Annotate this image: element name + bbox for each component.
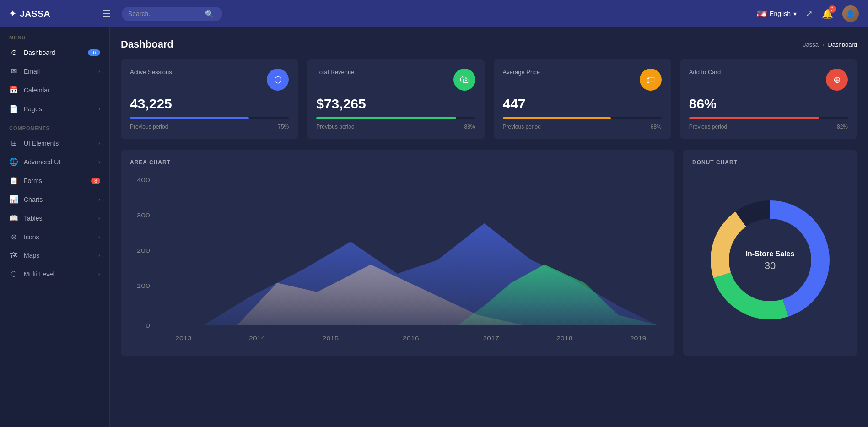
sidebar-item-label: Tables: [24, 215, 93, 222]
svg-text:2016: 2016: [403, 335, 419, 341]
stat-card-header: Active Sessions ⬡: [130, 69, 289, 91]
sidebar-item-label: Dashboard: [24, 49, 82, 56]
stat-footer: Previous period 68%: [503, 124, 662, 130]
search-input[interactable]: [128, 10, 201, 17]
stat-bar-wrap: [689, 117, 848, 119]
active-sessions-icon: ⬡: [267, 69, 289, 91]
hamburger-button[interactable]: ☰: [99, 6, 114, 21]
svg-text:2019: 2019: [630, 335, 647, 341]
multi-level-icon: ⬡: [9, 270, 18, 278]
dashboard-badge: 9+: [88, 49, 100, 56]
svg-text:300: 300: [137, 212, 150, 219]
stat-card-title: Total Revenue: [316, 69, 354, 76]
svg-text:2018: 2018: [556, 335, 573, 341]
search-bar: 🔍: [122, 7, 222, 21]
sidebar-item-forms[interactable]: 📋 Forms 8: [0, 171, 109, 190]
maps-icon: 🗺: [9, 251, 18, 259]
sidebar-item-label: Advanced UI: [24, 158, 93, 166]
stat-card-header: Average Price 🏷: [503, 69, 662, 91]
sidebar-item-advanced-ui[interactable]: 🌐 Advanced UI ›: [0, 152, 109, 171]
donut-chart-card: DONUT CHART: [683, 150, 857, 356]
stat-value: 43,225: [130, 96, 289, 112]
stat-card-header: Total Revenue 🛍: [316, 69, 475, 91]
icons-icon: ⊛: [9, 232, 18, 241]
page-title: Dashboard: [121, 38, 173, 50]
language-selector[interactable]: 🇺🇸 English ▾: [757, 9, 797, 19]
sidebar-item-charts[interactable]: 📊 Charts ›: [0, 190, 109, 209]
stat-bar-wrap: [130, 117, 289, 119]
stat-bar: [316, 117, 456, 119]
charts-row: AREA CHART 400 300 200 100 0: [121, 150, 857, 356]
sidebar-item-label: UI Elements: [24, 140, 93, 147]
donut-svg-wrap: In-Store Sales 30: [701, 191, 839, 329]
avatar[interactable]: 👤: [842, 5, 859, 22]
sidebar-item-calendar[interactable]: 📅 Calendar: [0, 81, 109, 99]
stat-card-average-price: Average Price 🏷 447 Previous period 68%: [494, 59, 671, 139]
svg-text:0: 0: [146, 323, 150, 329]
sidebar-item-icons[interactable]: ⊛ Icons ›: [0, 227, 109, 246]
add-to-card-icon: ⊕: [826, 69, 848, 91]
stat-value: 447: [503, 96, 662, 112]
stat-card-title: Average Price: [503, 69, 540, 76]
logo: ✦ JASSA: [9, 9, 92, 19]
tables-icon: 📖: [9, 214, 18, 222]
chevron-down-icon: ▾: [793, 10, 797, 17]
chevron-right-icon: ›: [98, 196, 100, 203]
breadcrumb-current: Dashboard: [828, 41, 857, 48]
stat-footer: Previous period 82%: [689, 124, 848, 130]
advanced-ui-icon: 🌐: [9, 157, 18, 166]
sidebar-item-label: Multi Level: [24, 270, 93, 278]
period-label: Previous period: [316, 124, 354, 130]
sidebar-item-tables[interactable]: 📖 Tables ›: [0, 209, 109, 227]
average-price-icon: 🏷: [640, 69, 662, 91]
area-chart-svg: 400 300 200 100 0: [130, 173, 665, 347]
sidebar-menu-label: MENU: [0, 27, 109, 43]
breadcrumb: Jassa › Dashboard: [803, 41, 857, 48]
sidebar-item-dashboard[interactable]: ⊙ Dashboard 9+: [0, 43, 109, 62]
period-value: 88%: [464, 124, 475, 130]
avatar-image: 👤: [842, 5, 859, 22]
ui-elements-icon: ⊞: [9, 139, 18, 147]
stat-bar: [689, 117, 819, 119]
donut-chart-wrap: In-Store Sales 30: [692, 173, 848, 347]
stat-card-active-sessions: Active Sessions ⬡ 43,225 Previous period…: [121, 59, 298, 139]
sidebar-item-label: Forms: [24, 177, 86, 184]
svg-text:30: 30: [765, 260, 776, 271]
svg-text:2017: 2017: [483, 335, 499, 341]
svg-text:200: 200: [137, 248, 150, 254]
chevron-right-icon: ›: [98, 271, 100, 277]
search-icon: 🔍: [205, 10, 214, 18]
stat-footer: Previous period 88%: [316, 124, 475, 130]
notification-badge: 3: [829, 5, 836, 13]
sidebar-item-label: Charts: [24, 196, 93, 203]
period-label: Previous period: [130, 124, 168, 130]
fullscreen-button[interactable]: ⤢: [806, 9, 813, 19]
svg-text:In-Store Sales: In-Store Sales: [746, 250, 795, 258]
stat-bar-wrap: [503, 117, 662, 119]
stat-footer: Previous period 75%: [130, 124, 289, 130]
topnav-right: 🇺🇸 English ▾ ⤢ 🔔 3 👤: [757, 5, 859, 22]
notification-button[interactable]: 🔔 3: [822, 8, 833, 19]
area-chart-title: AREA CHART: [130, 159, 665, 166]
svg-text:2013: 2013: [175, 335, 192, 341]
stat-card-add-to-card: Add to Card ⊕ 86% Previous period 82%: [680, 59, 857, 139]
chevron-right-icon: ›: [98, 234, 100, 240]
main-content: Dashboard Jassa › Dashboard Active Sessi…: [110, 27, 868, 427]
sidebar-item-ui-elements[interactable]: ⊞ UI Elements ›: [0, 134, 109, 152]
sidebar-item-multi-level[interactable]: ⬡ Multi Level ›: [0, 265, 109, 283]
sidebar-item-maps[interactable]: 🗺 Maps ›: [0, 246, 109, 265]
logo-name: JASSA: [20, 9, 50, 19]
breadcrumb-separator: ›: [822, 41, 824, 48]
total-revenue-icon: 🛍: [453, 69, 475, 91]
sidebar-item-pages[interactable]: 📄 Pages ›: [0, 99, 109, 118]
period-label: Previous period: [503, 124, 541, 130]
sidebar: MENU ⊙ Dashboard 9+ ✉ Email › 📅 Calendar…: [0, 27, 110, 427]
sidebar-item-label: Icons: [24, 233, 93, 241]
period-value: 68%: [651, 124, 662, 130]
sidebar-components-label: COMPONENTS: [0, 118, 109, 134]
donut-chart-title: DONUT CHART: [692, 159, 848, 166]
email-icon: ✉: [9, 67, 18, 76]
period-value: 75%: [278, 124, 289, 130]
sidebar-item-email[interactable]: ✉ Email ›: [0, 62, 109, 81]
area-chart-card: AREA CHART 400 300 200 100 0: [121, 150, 674, 356]
